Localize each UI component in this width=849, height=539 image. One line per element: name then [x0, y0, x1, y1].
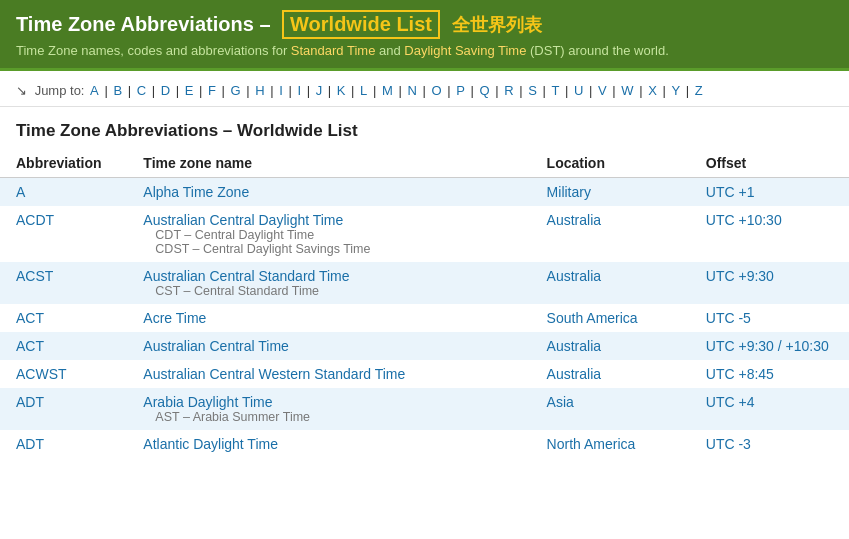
cell-abbreviation: ACT [0, 332, 127, 360]
timezone-sub-item: CST – Central Standard Time [143, 284, 522, 298]
timezone-sub-item: CDT – Central Daylight Time [143, 228, 522, 242]
timezone-name-link[interactable]: Acre Time [143, 310, 522, 326]
cell-timezone-name: Australian Central Time [127, 332, 530, 360]
cell-offset: UTC +10:30 [690, 206, 849, 262]
cell-location: Military [531, 178, 690, 207]
location-link[interactable]: Australia [547, 268, 601, 284]
abbreviation-link[interactable]: ACT [16, 338, 44, 354]
title-start: Time Zone Abbreviations – [16, 13, 271, 35]
subtitle-middle: and [375, 43, 404, 58]
subtitle-daylight: Daylight Saving Time [404, 43, 526, 58]
timezone-name-link[interactable]: Australian Central Western Standard Time [143, 366, 522, 382]
cell-timezone-name: Alpha Time Zone [127, 178, 530, 207]
subtitle-before: Time Zone names, codes and abbreviations… [16, 43, 291, 58]
cell-timezone-name: Australian Central Western Standard Time [127, 360, 530, 388]
jump-navigation: ↘ Jump to: A | B | C | D | E | F | G | H… [0, 71, 849, 107]
jump-label: Jump to: [35, 83, 85, 98]
cell-location: Australia [531, 360, 690, 388]
worldwide-label: Worldwide List [282, 10, 440, 39]
offset-link[interactable]: UTC -5 [706, 310, 751, 326]
abbreviation-link[interactable]: A [16, 184, 25, 200]
table-row: ACSTAustralian Central Standard TimeCST … [0, 262, 849, 304]
timezone-sub-item: CDST – Central Daylight Savings Time [143, 242, 522, 256]
abbreviation-link[interactable]: ACST [16, 268, 53, 284]
chinese-label: 全世界列表 [452, 15, 542, 35]
location-link[interactable]: Australia [547, 338, 601, 354]
cell-timezone-name: Arabia Daylight TimeAST – Arabia Summer … [127, 388, 530, 430]
offset-link[interactable]: UTC +9:30 / +10:30 [706, 338, 829, 354]
cell-timezone-name: Australian Central Standard TimeCST – Ce… [127, 262, 530, 304]
subtitle-end: (DST) around the world. [526, 43, 668, 58]
location-link[interactable]: North America [547, 436, 636, 452]
jump-letters: A | B | C | D | E | F | G | H | I | I | … [88, 83, 705, 98]
cell-location: North America [531, 430, 690, 458]
col-header-offset: Offset [690, 149, 849, 178]
cell-location: Australia [531, 332, 690, 360]
table-header-row: Abbreviation Time zone name Location Off… [0, 149, 849, 178]
offset-link[interactable]: UTC +8:45 [706, 366, 774, 382]
timezone-name-link[interactable]: Australian Central Time [143, 338, 522, 354]
timezone-name-link[interactable]: Alpha Time Zone [143, 184, 522, 200]
jump-arrow-icon: ↘ [16, 83, 27, 98]
abbreviation-link[interactable]: ACT [16, 310, 44, 326]
cell-location: South America [531, 304, 690, 332]
location-link[interactable]: Asia [547, 394, 574, 410]
page-header: Time Zone Abbreviations – Worldwide List… [0, 0, 849, 71]
timezone-table: Abbreviation Time zone name Location Off… [0, 149, 849, 458]
cell-offset: UTC +9:30 / +10:30 [690, 332, 849, 360]
timezone-name-link[interactable]: Australian Central Standard Time [143, 268, 522, 284]
cell-timezone-name: Atlantic Daylight Time [127, 430, 530, 458]
cell-abbreviation: ACWST [0, 360, 127, 388]
offset-link[interactable]: UTC +4 [706, 394, 755, 410]
timezone-name-link[interactable]: Arabia Daylight Time [143, 394, 522, 410]
cell-offset: UTC +8:45 [690, 360, 849, 388]
cell-offset: UTC +1 [690, 178, 849, 207]
timezone-sub-item: AST – Arabia Summer Time [143, 410, 522, 424]
abbreviation-link[interactable]: ADT [16, 394, 44, 410]
table-row: AAlpha Time ZoneMilitaryUTC +1 [0, 178, 849, 207]
page-heading: Time Zone Abbreviations – Worldwide List… [16, 10, 833, 39]
cell-timezone-name: Australian Central Daylight TimeCDT – Ce… [127, 206, 530, 262]
table-row: ACTAcre TimeSouth AmericaUTC -5 [0, 304, 849, 332]
cell-abbreviation: ADT [0, 388, 127, 430]
cell-timezone-name: Acre Time [127, 304, 530, 332]
location-link[interactable]: Australia [547, 366, 601, 382]
col-header-abbreviation: Abbreviation [0, 149, 127, 178]
location-link[interactable]: Australia [547, 212, 601, 228]
cell-abbreviation: ADT [0, 430, 127, 458]
col-header-location: Location [531, 149, 690, 178]
table-row: ACWSTAustralian Central Western Standard… [0, 360, 849, 388]
cell-abbreviation: ACDT [0, 206, 127, 262]
timezone-name-link[interactable]: Australian Central Daylight Time [143, 212, 522, 228]
location-link[interactable]: South America [547, 310, 638, 326]
table-row: ACTAustralian Central TimeAustraliaUTC +… [0, 332, 849, 360]
cell-location: Asia [531, 388, 690, 430]
section-title: Time Zone Abbreviations – Worldwide List [0, 107, 849, 149]
table-row: ADTArabia Daylight TimeAST – Arabia Summ… [0, 388, 849, 430]
location-link[interactable]: Military [547, 184, 591, 200]
abbreviation-link[interactable]: ACDT [16, 212, 54, 228]
cell-offset: UTC -3 [690, 430, 849, 458]
table-row: ACDTAustralian Central Daylight TimeCDT … [0, 206, 849, 262]
cell-location: Australia [531, 206, 690, 262]
cell-offset: UTC -5 [690, 304, 849, 332]
offset-link[interactable]: UTC -3 [706, 436, 751, 452]
offset-link[interactable]: UTC +10:30 [706, 212, 782, 228]
cell-abbreviation: ACT [0, 304, 127, 332]
header-subtitle: Time Zone names, codes and abbreviations… [16, 43, 833, 58]
subtitle-standard: Standard Time [291, 43, 376, 58]
cell-abbreviation: A [0, 178, 127, 207]
cell-abbreviation: ACST [0, 262, 127, 304]
timezone-name-link[interactable]: Atlantic Daylight Time [143, 436, 522, 452]
offset-link[interactable]: UTC +1 [706, 184, 755, 200]
table-row: ADTAtlantic Daylight TimeNorth AmericaUT… [0, 430, 849, 458]
cell-location: Australia [531, 262, 690, 304]
abbreviation-link[interactable]: ADT [16, 436, 44, 452]
cell-offset: UTC +4 [690, 388, 849, 430]
offset-link[interactable]: UTC +9:30 [706, 268, 774, 284]
abbreviation-link[interactable]: ACWST [16, 366, 67, 382]
cell-offset: UTC +9:30 [690, 262, 849, 304]
col-header-name: Time zone name [127, 149, 530, 178]
